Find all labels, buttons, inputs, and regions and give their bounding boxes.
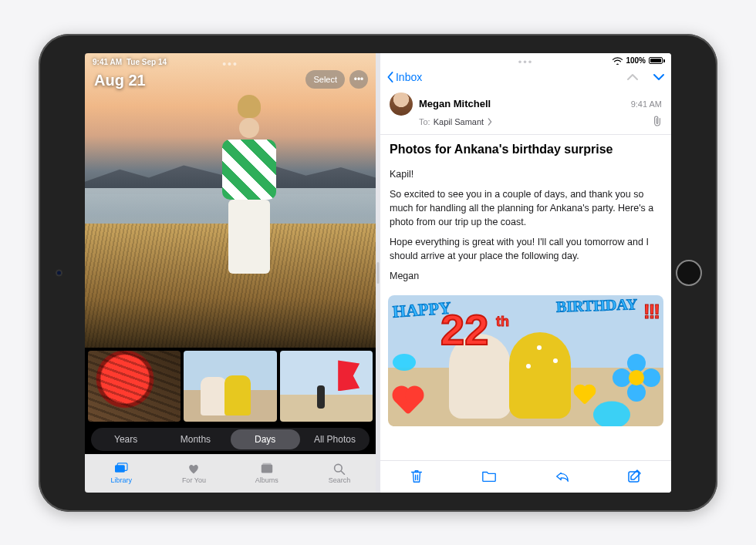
tab-for-you[interactable]: For You	[157, 455, 230, 493]
segment-years[interactable]: Years	[91, 429, 160, 449]
segment-days[interactable]: Days	[231, 429, 300, 449]
library-icon	[113, 463, 129, 475]
photos-date-heading: Aug 21	[94, 72, 146, 89]
message-time: 9:41 AM	[631, 99, 662, 109]
to-label: To:	[419, 117, 430, 126]
thumbnail[interactable]	[88, 351, 181, 422]
photo-thumbnails	[85, 348, 376, 425]
mail-toolbar	[380, 460, 671, 493]
select-button[interactable]: Select	[305, 70, 345, 89]
search-icon	[332, 463, 347, 475]
body-paragraph: Hope everything is great with you! I'll …	[390, 235, 662, 263]
ipad-frame: 9:41 AM Tue Sep 14 ••• Aug 21 Select •••	[39, 34, 717, 512]
albums-icon	[259, 463, 275, 475]
compose-button[interactable]	[627, 469, 643, 484]
back-button[interactable]: Inbox	[386, 71, 422, 83]
sender-name[interactable]: Megan Mitchell	[419, 98, 491, 109]
overlay-excl: !!!	[643, 300, 659, 324]
view-segmented-control[interactable]: Years Months Days All Photos	[91, 428, 370, 451]
message-subject: Photos for Ankana's birthday surprise	[380, 135, 671, 161]
body-greeting: Kapil!	[390, 167, 662, 181]
overlay-number: 22	[440, 304, 488, 355]
mail-nav-bar: Inbox	[380, 68, 671, 88]
status-date: Tue Sep 14	[127, 58, 167, 66]
chevron-right-icon	[487, 118, 493, 126]
chevron-left-icon	[386, 72, 394, 82]
tab-search[interactable]: Search	[303, 455, 376, 493]
status-bar-left: 9:41 AM Tue Sep 14	[93, 58, 167, 66]
photos-tab-bar: Library For You Albums Search	[85, 454, 376, 493]
segment-months[interactable]: Months	[160, 429, 230, 449]
image-attachment[interactable]: HAPPY 22 th BIRTHDAY !!!	[388, 295, 663, 426]
svg-rect-0	[115, 465, 125, 473]
tab-library[interactable]: Library	[85, 455, 157, 493]
prev-message-button[interactable]	[626, 72, 639, 82]
photos-hero[interactable]: 9:41 AM Tue Sep 14 ••• Aug 21 Select •••	[85, 53, 376, 348]
body-paragraph: So excited to see you in a couple of day…	[390, 187, 662, 229]
multitask-dots-icon[interactable]: •••	[380, 56, 671, 68]
more-button[interactable]: •••	[349, 70, 368, 89]
message-body: Kapil! So excited to see you in a couple…	[380, 161, 671, 290]
overlay-th: th	[496, 314, 509, 330]
status-time: 9:41 AM	[93, 58, 122, 66]
home-button[interactable]	[676, 260, 702, 286]
tab-albums[interactable]: Albums	[231, 455, 303, 493]
heart-icon	[186, 463, 201, 475]
trash-button[interactable]	[409, 469, 424, 484]
ellipsis-icon: •••	[354, 74, 364, 85]
split-view-divider[interactable]	[376, 53, 380, 493]
message-header: Megan Mitchell 9:41 AM To: Kapil Samant	[380, 88, 671, 135]
move-button[interactable]	[481, 469, 497, 484]
thumbnail[interactable]	[280, 351, 373, 422]
body-signoff: Megan	[390, 269, 662, 283]
attachment-icon	[653, 116, 662, 128]
to-recipient[interactable]: Kapil Samant	[434, 117, 484, 126]
mail-app: 100% ••• Inbox	[380, 53, 671, 493]
thumbnail[interactable]	[184, 351, 276, 422]
multitask-dots-icon[interactable]: •••	[222, 58, 238, 70]
sender-avatar[interactable]	[390, 93, 413, 116]
screen: 9:41 AM Tue Sep 14 ••• Aug 21 Select •••	[85, 53, 671, 493]
svg-point-4	[335, 464, 343, 472]
overlay-birthday: BIRTHDAY	[555, 296, 637, 317]
reply-button[interactable]	[555, 469, 570, 484]
svg-rect-3	[262, 463, 271, 465]
svg-rect-2	[261, 464, 272, 473]
svg-line-5	[341, 471, 344, 474]
photos-app: 9:41 AM Tue Sep 14 ••• Aug 21 Select •••	[85, 53, 376, 493]
front-camera	[57, 271, 61, 274]
segment-all-photos[interactable]: All Photos	[300, 429, 370, 449]
battery-icon	[649, 57, 665, 64]
next-message-button[interactable]	[653, 72, 665, 82]
